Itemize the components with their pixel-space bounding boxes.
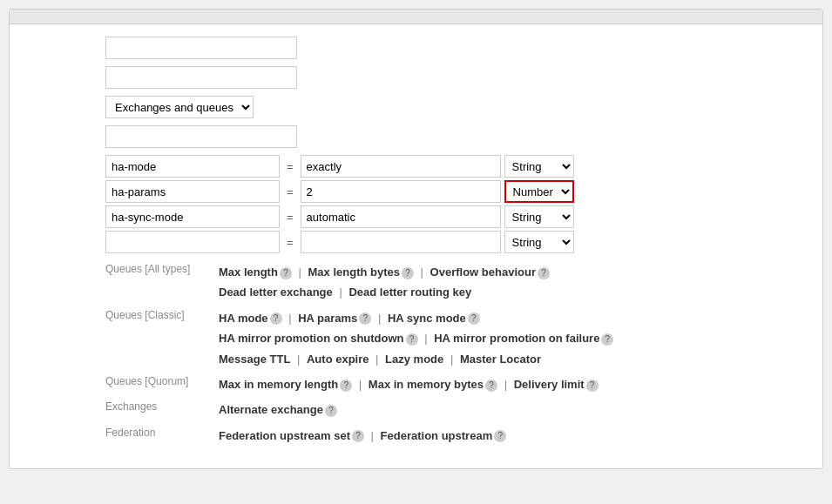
qs-link[interactable]: Delivery limit [514, 378, 585, 391]
def-rows: =StringNumberBooleanList=StringNumberBoo… [105, 155, 805, 253]
def-type-select[interactable]: StringNumberBooleanList [504, 205, 574, 228]
qs-link[interactable]: Max in memory length [219, 378, 338, 391]
name-row [27, 37, 805, 59]
name-label [27, 37, 105, 40]
help-icon[interactable]: ? [538, 267, 550, 279]
qs-link[interactable]: Message TTL [219, 353, 290, 366]
def-val-input[interactable] [301, 205, 501, 228]
add-update-policy-panel: Exchanges and queues Exchanges Queues =S… [9, 9, 823, 469]
link-separator: | [336, 286, 346, 299]
priority-row [27, 125, 805, 148]
apply-control: Exchanges and queues Exchanges Queues [105, 96, 805, 118]
quick-section: FederationFederation upstream set? | Fed… [105, 426, 805, 446]
link-separator: | [375, 312, 384, 325]
help-icon[interactable]: ? [340, 380, 352, 392]
def-eq: = [283, 185, 297, 198]
qs-link[interactable]: Dead letter exchange [219, 286, 333, 299]
qs-section-label: Queues [All types] [105, 262, 219, 275]
definition-area: =StringNumberBooleanList=StringNumberBoo… [27, 155, 805, 451]
link-separator: | [295, 265, 305, 279]
pattern-input[interactable] [105, 66, 297, 89]
def-type-select[interactable]: StringNumberBooleanList [504, 231, 574, 253]
qs-links: HA mode? | HA params? | HA sync mode?HA … [219, 308, 805, 369]
def-eq: = [283, 160, 297, 173]
link-separator: | [501, 378, 511, 391]
panel-body: Exchanges and queues Exchanges Queues =S… [10, 24, 822, 468]
panel-header [10, 10, 822, 24]
pattern-row [27, 66, 805, 89]
help-icon[interactable]: ? [485, 380, 497, 392]
pattern-control [105, 66, 805, 89]
priority-label [27, 125, 105, 129]
def-eq: = [283, 236, 297, 249]
def-row: =StringNumberBooleanList [105, 155, 805, 178]
qs-link[interactable]: Federation upstream [381, 429, 493, 442]
definition-content: =StringNumberBooleanList=StringNumberBoo… [105, 155, 805, 451]
def-key-input[interactable] [105, 155, 280, 178]
pattern-label [27, 66, 105, 70]
apply-to-row: Exchanges and queues Exchanges Queues [27, 96, 805, 118]
qs-link[interactable]: HA params [298, 312, 357, 325]
help-icon[interactable]: ? [352, 430, 364, 442]
link-separator: | [368, 429, 377, 442]
def-row: =StringNumberBooleanList [105, 205, 805, 228]
help-icon[interactable]: ? [468, 312, 480, 325]
qs-link[interactable]: Max in memory bytes [369, 378, 484, 391]
def-type-select[interactable]: StringNumberBooleanList [504, 155, 574, 178]
qs-link[interactable]: Max length [219, 265, 278, 279]
qs-links: Alternate exchange? [219, 400, 805, 420]
qs-link[interactable]: HA sync mode [388, 312, 466, 325]
help-icon[interactable]: ? [359, 312, 371, 325]
link-separator: | [372, 353, 382, 366]
def-val-input[interactable] [301, 155, 501, 178]
def-key-input[interactable] [105, 180, 280, 203]
def-key-input[interactable] [105, 231, 280, 253]
qs-link[interactable]: Master Locator [460, 353, 541, 366]
quick-section: Queues [Classic]HA mode? | HA params? | … [105, 308, 805, 369]
qs-link[interactable]: HA mirror promotion on shutdown [219, 332, 404, 345]
qs-section-label: Queues [Quorum] [105, 374, 219, 387]
qs-link[interactable]: Lazy mode [385, 353, 443, 366]
help-icon[interactable]: ? [280, 267, 292, 279]
qs-link[interactable]: HA mode [219, 312, 268, 325]
qs-link[interactable]: HA mirror promotion on failure [434, 332, 599, 345]
qs-link[interactable]: Overflow behaviour [430, 265, 536, 279]
qs-section-label: Federation [105, 426, 219, 439]
qs-links: Max in memory length? | Max in memory by… [219, 374, 805, 394]
def-val-input[interactable] [301, 231, 501, 253]
apply-select[interactable]: Exchanges and queues Exchanges Queues [105, 96, 254, 118]
def-type-select[interactable]: StringNumberBooleanList [504, 180, 574, 203]
qs-section-label: Queues [Classic] [105, 308, 219, 321]
link-separator: | [355, 378, 365, 391]
qs-link[interactable]: Alternate exchange [219, 403, 323, 416]
def-row: =StringNumberBooleanList [105, 180, 805, 203]
def-val-input[interactable] [301, 180, 501, 203]
help-icon[interactable]: ? [402, 267, 414, 279]
qs-link[interactable]: Max length bytes [308, 265, 400, 279]
help-icon[interactable]: ? [270, 312, 282, 325]
def-row: =StringNumberBooleanList [105, 231, 805, 253]
link-separator: | [294, 353, 303, 366]
quick-section: Queues [All types]Max length? | Max leng… [105, 262, 805, 303]
help-icon[interactable]: ? [325, 405, 337, 417]
link-separator: | [286, 312, 295, 325]
help-icon[interactable]: ? [601, 333, 613, 346]
link-separator: | [447, 353, 457, 366]
help-icon[interactable]: ? [586, 380, 599, 392]
qs-links: Max length? | Max length bytes? | Overfl… [219, 262, 805, 303]
apply-label [27, 96, 105, 99]
quick-section: ExchangesAlternate exchange? [105, 400, 805, 420]
link-separator: | [422, 332, 431, 345]
qs-link[interactable]: Dead letter routing key [348, 286, 471, 299]
qs-link[interactable]: Federation upstream set [219, 429, 350, 442]
quick-section: Queues [Quorum]Max in memory length? | M… [105, 374, 805, 394]
definition-label [27, 155, 105, 160]
priority-input[interactable] [105, 125, 297, 148]
name-control [105, 37, 805, 59]
name-input[interactable] [105, 37, 297, 59]
help-icon[interactable]: ? [406, 333, 418, 346]
qs-link[interactable]: Auto expire [307, 353, 369, 366]
def-key-input[interactable] [105, 205, 280, 228]
quick-add: Queues [All types]Max length? | Max leng… [105, 262, 805, 446]
help-icon[interactable]: ? [494, 430, 506, 442]
